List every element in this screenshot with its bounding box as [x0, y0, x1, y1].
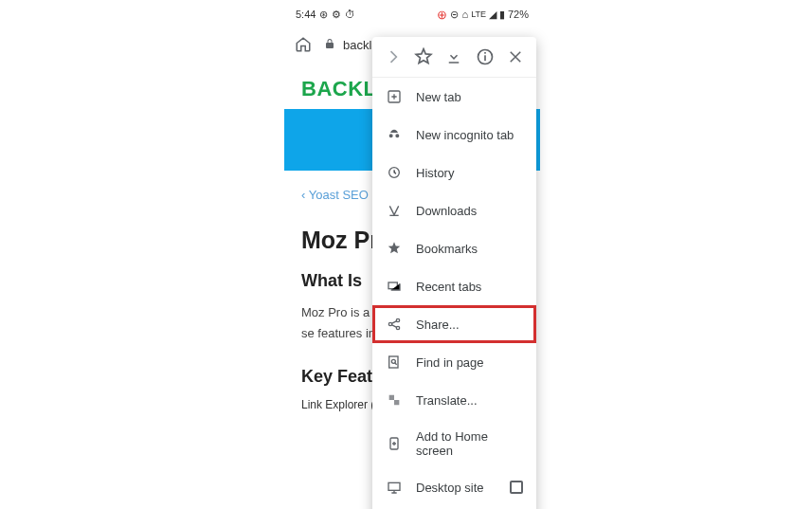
- url-text: backli: [343, 38, 374, 52]
- lock-icon: [324, 38, 337, 51]
- status-signal-icon: ◢: [489, 9, 496, 21]
- menu-item-translate[interactable]: Translate...: [372, 381, 536, 419]
- status-cast-icon: ⌂: [461, 9, 468, 20]
- menu-item-label: Bookmarks: [416, 242, 478, 256]
- browser-menu: New tab New incognito tab History Downlo…: [372, 37, 536, 509]
- recenttabs-icon: [386, 278, 403, 295]
- star-icon[interactable]: [413, 46, 434, 67]
- translate-icon: [386, 391, 403, 409]
- forward-icon[interactable]: [383, 46, 404, 67]
- status-bar: 5:44 ⊛ ⚙ ⏱ ⊕ ⊝ ⌂ LTE ◢ ▮ 72%: [284, 5, 540, 24]
- menu-item-label: Desktop site: [416, 481, 484, 495]
- svg-rect-9: [389, 356, 398, 368]
- history-icon: [386, 164, 403, 181]
- menu-item-label: Recent tabs: [416, 280, 481, 294]
- menu-item-bookmarks[interactable]: Bookmarks: [372, 229, 536, 267]
- desktop-icon: [386, 479, 403, 496]
- svg-rect-1: [484, 55, 486, 61]
- status-icon-1: ⊛: [319, 9, 328, 21]
- share-icon: [386, 316, 403, 333]
- menu-item-label: Downloads: [416, 204, 477, 218]
- menu-item-label: Translate...: [416, 393, 478, 408]
- menu-item-label: Share...: [416, 318, 460, 332]
- info-icon[interactable]: [475, 46, 496, 67]
- svg-rect-2: [484, 52, 486, 54]
- menu-item-label: New tab: [416, 90, 461, 104]
- menu-item-label: Find in page: [416, 355, 484, 370]
- chevron-left-icon: ‹: [301, 188, 309, 202]
- menu-top-row: [372, 37, 536, 78]
- menu-item-share[interactable]: Share...: [372, 305, 536, 343]
- desktop-checkbox[interactable]: [510, 481, 523, 494]
- status-time: 5:44: [296, 9, 316, 20]
- menu-item-findinpage[interactable]: Find in page: [372, 343, 536, 381]
- status-lte: LTE: [471, 9, 486, 19]
- incognito-icon: [386, 126, 403, 143]
- status-dnd-icon: ⊝: [450, 9, 459, 21]
- bookmarks-icon: [386, 240, 403, 257]
- home-icon[interactable]: [294, 35, 313, 54]
- downloads-icon: [386, 202, 403, 219]
- menu-item-recenttabs[interactable]: Recent tabs: [372, 267, 536, 305]
- menu-item-newtab[interactable]: New tab: [372, 78, 536, 116]
- menu-item-label: History: [416, 166, 454, 180]
- addhome-icon: [386, 435, 403, 452]
- menu-item-history[interactable]: History: [372, 154, 536, 191]
- menu-item-downloads[interactable]: Downloads: [372, 191, 536, 229]
- status-icon-2: ⚙: [332, 9, 341, 21]
- status-battery-icon: ▮: [499, 9, 505, 21]
- status-battery-pct: 72%: [508, 9, 529, 20]
- findinpage-icon: [386, 354, 403, 371]
- menu-item-label: Add to Home screen: [416, 429, 523, 458]
- menu-item-incognito[interactable]: New incognito tab: [372, 116, 536, 154]
- close-icon[interactable]: [505, 46, 526, 67]
- newtab-icon: [386, 88, 403, 105]
- download-icon[interactable]: [443, 46, 464, 67]
- menu-item-label: New incognito tab: [416, 128, 514, 142]
- status-notif-icon: ⊕: [437, 8, 447, 22]
- status-icon-3: ⏱: [345, 9, 355, 20]
- menu-item-desktop[interactable]: Desktop site: [372, 468, 536, 506]
- menu-item-addhome[interactable]: Add to Home screen: [372, 419, 536, 468]
- svg-rect-12: [388, 482, 400, 490]
